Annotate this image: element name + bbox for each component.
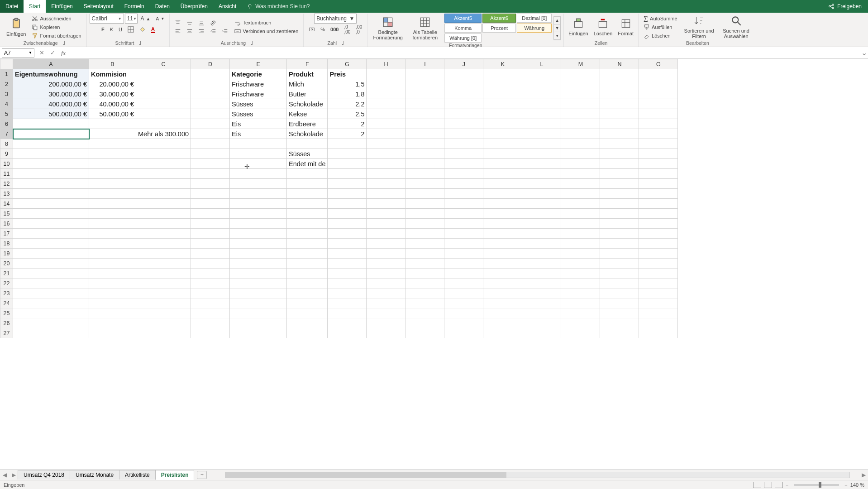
cell-I21[interactable] <box>405 268 444 278</box>
cell-B26[interactable] <box>89 318 136 328</box>
cell-G23[interactable] <box>328 288 367 298</box>
font-size-combo[interactable]: 11▼ <box>125 14 138 24</box>
cell-N19[interactable] <box>600 249 639 259</box>
cell-A11[interactable] <box>13 169 89 179</box>
cell-M17[interactable] <box>561 229 600 239</box>
cell-B2[interactable]: 20.000,00 € <box>89 79 136 89</box>
cell-G19[interactable] <box>328 249 367 259</box>
cell-F1[interactable]: Produkt <box>287 69 328 79</box>
cell-F25[interactable] <box>287 308 328 318</box>
cell-N4[interactable] <box>600 99 639 109</box>
cell-K2[interactable] <box>483 79 522 89</box>
row-header[interactable]: 8 <box>0 139 13 149</box>
scroll-right-button[interactable]: ▶ <box>859 472 868 478</box>
cell-L8[interactable] <box>522 139 561 149</box>
scroll-up-icon[interactable]: ▲ <box>554 17 560 24</box>
cell-I1[interactable] <box>405 69 444 79</box>
find-select-button[interactable]: Suchen und Auswählen <box>719 14 754 40</box>
cell-J21[interactable] <box>444 268 483 278</box>
cell-L13[interactable] <box>522 189 561 199</box>
cell-F23[interactable] <box>287 288 328 298</box>
cell-M25[interactable] <box>561 308 600 318</box>
cell-B23[interactable] <box>89 288 136 298</box>
cell-G26[interactable] <box>328 318 367 328</box>
cell-K16[interactable] <box>483 219 522 229</box>
cell-A5[interactable]: 500.000,00 € <box>13 109 89 119</box>
cell-O21[interactable] <box>639 268 678 278</box>
cell-G7[interactable]: 2 <box>328 129 367 139</box>
cell-L6[interactable] <box>522 119 561 129</box>
orientation-button[interactable]: ab <box>208 19 218 27</box>
row-header[interactable]: 10 <box>0 159 13 169</box>
decrease-indent-button[interactable] <box>208 27 219 35</box>
cell-J16[interactable] <box>444 219 483 229</box>
col-header-I[interactable]: I <box>405 59 444 69</box>
gallery-expand-icon[interactable]: ▾ <box>554 32 560 40</box>
cell-K15[interactable] <box>483 209 522 219</box>
cell-I7[interactable] <box>405 129 444 139</box>
col-header-H[interactable]: H <box>367 59 405 69</box>
cell-D10[interactable] <box>191 159 230 169</box>
cell-F9[interactable]: Süsses <box>287 149 328 159</box>
cell-B8[interactable] <box>89 139 136 149</box>
cell-I3[interactable] <box>405 89 444 99</box>
cell-N5[interactable] <box>600 109 639 119</box>
cell-C15[interactable] <box>136 209 191 219</box>
cell-J27[interactable] <box>444 328 483 338</box>
cell-A4[interactable]: 400.000,00 € <box>13 99 89 109</box>
cell-E4[interactable]: Süsses <box>230 99 287 109</box>
cell-L12[interactable] <box>522 179 561 189</box>
cell-H15[interactable] <box>367 209 405 219</box>
cell-E2[interactable]: Frischware <box>230 79 287 89</box>
cell-E24[interactable] <box>230 298 287 308</box>
cell-I25[interactable] <box>405 308 444 318</box>
cell-G22[interactable] <box>328 278 367 288</box>
cell-O13[interactable] <box>639 189 678 199</box>
cell-D24[interactable] <box>191 298 230 308</box>
cell-D9[interactable] <box>191 149 230 159</box>
cell-G14[interactable] <box>328 199 367 209</box>
cell-G16[interactable] <box>328 219 367 229</box>
cell-N12[interactable] <box>600 179 639 189</box>
cell-C6[interactable] <box>136 119 191 129</box>
cell-K13[interactable] <box>483 189 522 199</box>
cell-G15[interactable] <box>328 209 367 219</box>
cell-L9[interactable] <box>522 149 561 159</box>
cell-D21[interactable] <box>191 268 230 278</box>
cell-A9[interactable] <box>13 149 89 159</box>
cell-D27[interactable] <box>191 328 230 338</box>
cell-J4[interactable] <box>444 99 483 109</box>
cell-C12[interactable] <box>136 179 191 189</box>
row-header[interactable]: 19 <box>0 249 13 259</box>
col-header-D[interactable]: D <box>191 59 230 69</box>
row-header[interactable]: 15 <box>0 209 13 219</box>
sort-filter-button[interactable]: Sortieren und Filtern <box>682 14 717 40</box>
cell-B12[interactable] <box>89 179 136 189</box>
cell-I2[interactable] <box>405 79 444 89</box>
cell-L16[interactable] <box>522 219 561 229</box>
cell-L2[interactable] <box>522 79 561 89</box>
cell-A24[interactable] <box>13 298 89 308</box>
cell-N26[interactable] <box>600 318 639 328</box>
cell-H6[interactable] <box>367 119 405 129</box>
cell-O2[interactable] <box>639 79 678 89</box>
cell-O20[interactable] <box>639 259 678 268</box>
cell-G24[interactable] <box>328 298 367 308</box>
cell-N2[interactable] <box>600 79 639 89</box>
cell-L26[interactable] <box>522 318 561 328</box>
cell-A10[interactable] <box>13 159 89 169</box>
cell-J24[interactable] <box>444 298 483 308</box>
cell-N3[interactable] <box>600 89 639 99</box>
cell-M16[interactable] <box>561 219 600 229</box>
cell-D22[interactable] <box>191 278 230 288</box>
format-cells-button[interactable]: Format <box>616 17 635 37</box>
cell-I6[interactable] <box>405 119 444 129</box>
borders-button[interactable] <box>125 25 136 34</box>
cell-J17[interactable] <box>444 229 483 239</box>
cell-H3[interactable] <box>367 89 405 99</box>
cell-I5[interactable] <box>405 109 444 119</box>
cell-J5[interactable] <box>444 109 483 119</box>
cell-M27[interactable] <box>561 328 600 338</box>
cell-O23[interactable] <box>639 288 678 298</box>
tellme-search[interactable]: Was möchten Sie tun? <box>242 0 315 13</box>
